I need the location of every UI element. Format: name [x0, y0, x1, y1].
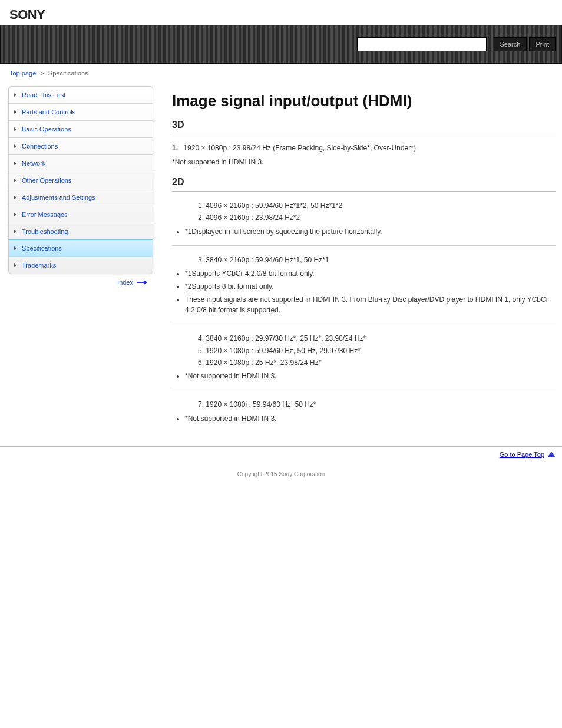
brand-logo: SONY: [9, 7, 45, 22]
sidebar-item-connections[interactable]: Connections: [9, 137, 153, 154]
spec-number: 4.: [198, 334, 204, 342]
sidebar-item-label: Basic Operations: [22, 126, 71, 133]
note-item: These input signals are not supported in…: [185, 294, 556, 315]
thin-divider: [172, 390, 556, 390]
index-link-row: Index: [8, 274, 153, 291]
sidebar-item-specifications[interactable]: Specifications: [8, 239, 153, 257]
sidebar-item-trademarks[interactable]: Trademarks: [9, 256, 153, 274]
spec-line: 4. 3840 × 2160p : 29.97/30 Hz*, 25 Hz*, …: [198, 332, 556, 344]
spec-text: 1920 × 1080p : 59.94/60 Hz, 50 Hz, 29.97…: [206, 347, 361, 355]
sidebar-item-error-messages[interactable]: Error Messages: [9, 206, 153, 223]
spec-number: 7.: [198, 400, 204, 409]
sidebar-menu: Read This First Parts and Controls Basic…: [8, 86, 153, 274]
note-list: *1Supports YCbCr 4:2:0/8 bit format only…: [172, 268, 556, 315]
sidebar: Read This First Parts and Controls Basic…: [8, 86, 153, 429]
sidebar-item-other-operations[interactable]: Other Operations: [9, 172, 153, 189]
spec-number: 1.: [172, 144, 178, 152]
spec-number: 2.: [198, 213, 204, 222]
spec-text: 4096 × 2160p : 59.94/60 Hz*1*2, 50 Hz*1*…: [206, 202, 342, 210]
note-item: *Not supported in HDMI IN 3.: [185, 371, 556, 381]
nav-banner: Search Print: [0, 25, 562, 64]
sidebar-item-parts-and-controls[interactable]: Parts and Controls: [9, 103, 153, 120]
search-button[interactable]: Search: [494, 37, 527, 51]
spec-line: 6. 1920 × 1080p : 25 Hz*, 23.98/24 Hz*: [198, 357, 556, 368]
section-divider: [172, 191, 556, 192]
copyright: Copyright 2015 Sony Corporation: [0, 462, 562, 487]
note-list: *1Displayed in full screen by squeezing …: [172, 226, 556, 237]
sidebar-item-label: Trademarks: [22, 262, 56, 269]
note-item: *2Supports 8 bit format only.: [185, 281, 556, 292]
logo-bar: SONY: [0, 0, 562, 25]
go-to-top-link[interactable]: Go to Page Top: [500, 451, 544, 458]
sidebar-item-label: Read This First: [22, 91, 65, 98]
sidebar-item-label: Parts and Controls: [22, 108, 75, 116]
breadcrumb: Top page > Specifications: [0, 64, 562, 83]
spec-note: *Not supported in HDMI IN 3.: [172, 157, 556, 167]
sidebar-item-label: Connections: [22, 143, 58, 150]
breadcrumb-current: Specifications: [48, 70, 88, 77]
footer-bar: Go to Page Top: [0, 446, 562, 462]
sidebar-item-troubleshooting[interactable]: Troubleshooting: [9, 223, 153, 240]
triangle-up-icon: [548, 452, 555, 457]
sidebar-item-network[interactable]: Network: [9, 154, 153, 172]
sidebar-item-read-this-first[interactable]: Read This First: [9, 87, 153, 103]
spec-line: 2. 4096 × 2160p : 23.98/24 Hz*2: [198, 212, 556, 223]
spec-line: 3. 3840 × 2160p : 59.94/60 Hz*1, 50 Hz*1: [198, 254, 556, 266]
main-content: Image signal input/output (HDMI) 3D 1. 1…: [153, 86, 562, 429]
breadcrumb-top-link[interactable]: Top page: [9, 70, 36, 77]
spec-block: 7. 1920 × 1080i : 59.94/60 Hz, 50 Hz*: [172, 398, 556, 410]
spec-block: 4. 3840 × 2160p : 29.97/30 Hz*, 25 Hz*, …: [172, 332, 556, 368]
thin-divider: [172, 324, 556, 324]
spec-number: 6.: [198, 358, 204, 367]
sidebar-item-label: Error Messages: [22, 211, 68, 218]
spec-line: 5. 1920 × 1080p : 59.94/60 Hz, 50 Hz, 29…: [198, 345, 556, 357]
note-item: *1Supports YCbCr 4:2:0/8 bit format only…: [185, 268, 556, 279]
note-list: *Not supported in HDMI IN 3.: [172, 413, 556, 424]
spec-text: 1920 × 1080p : 25 Hz*, 23.98/24 Hz*: [206, 358, 321, 367]
spec-line: 1. 4096 × 2160p : 59.94/60 Hz*1*2, 50 Hz…: [198, 200, 556, 212]
sidebar-item-label: Specifications: [22, 245, 62, 252]
section-heading-3d: 3D: [172, 120, 556, 130]
spec-text: 1920 × 1080i : 59.94/60 Hz, 50 Hz*: [206, 400, 316, 409]
spec-text: 3840 × 2160p : 59.94/60 Hz*1, 50 Hz*1: [206, 256, 329, 264]
sidebar-item-adjustments-and-settings[interactable]: Adjustments and Settings: [9, 189, 153, 206]
breadcrumb-separator: >: [40, 70, 44, 77]
arrow-right-icon: [137, 280, 147, 285]
search-input[interactable]: [357, 37, 487, 51]
section-heading-2d: 2D: [172, 177, 556, 187]
spec-block: 3. 3840 × 2160p : 59.94/60 Hz*1, 50 Hz*1: [172, 254, 556, 266]
note-list: *Not supported in HDMI IN 3.: [172, 371, 556, 381]
spec-text: 1920 × 1080p : 23.98/24 Hz (Frame Packin…: [183, 144, 416, 152]
sidebar-item-label: Adjustments and Settings: [22, 194, 95, 201]
spec-number: 1.: [198, 202, 204, 210]
spec-number: 5.: [198, 347, 204, 355]
sidebar-item-label: Network: [22, 160, 45, 167]
thin-divider: [172, 245, 556, 246]
print-button[interactable]: Print: [529, 37, 556, 51]
section-divider: [172, 134, 556, 134]
spec-line: 7. 1920 × 1080i : 59.94/60 Hz, 50 Hz*: [198, 398, 556, 410]
spec-text: 4096 × 2160p : 23.98/24 Hz*2: [206, 213, 300, 222]
sidebar-item-label: Other Operations: [22, 177, 71, 184]
sidebar-item-label: Troubleshooting: [22, 228, 68, 235]
spec-text: 3840 × 2160p : 29.97/30 Hz*, 25 Hz*, 23.…: [206, 334, 366, 342]
spec-line: 1. 1920 × 1080p : 23.98/24 Hz (Frame Pac…: [172, 143, 556, 153]
note-item: *Not supported in HDMI IN 3.: [185, 413, 556, 424]
page-title: Image signal input/output (HDMI): [172, 92, 556, 110]
index-link[interactable]: Index: [117, 279, 133, 286]
spec-number: 3.: [198, 256, 204, 264]
spec-block: 1. 4096 × 2160p : 59.94/60 Hz*1*2, 50 Hz…: [172, 200, 556, 224]
sidebar-item-basic-operations[interactable]: Basic Operations: [9, 120, 153, 137]
note-item: *1Displayed in full screen by squeezing …: [185, 226, 556, 237]
